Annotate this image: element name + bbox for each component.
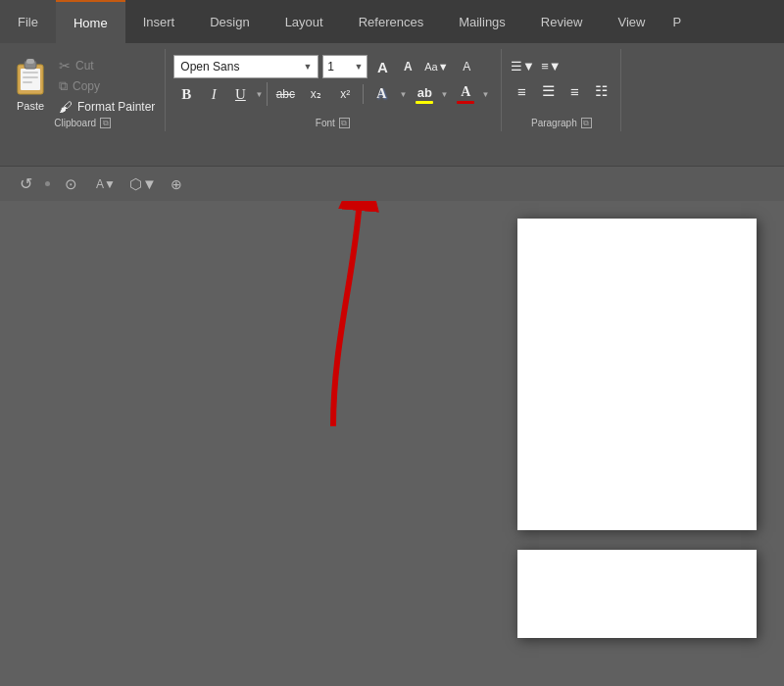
paragraph-group: ☰▼ ≡▼ ≡ ☰ ≡ ☷ Paragraph ⧉ (502, 49, 621, 131)
clipboard-group: Paste ✂ Cut ⧉ Copy 🖌 Format Painter (4, 49, 166, 131)
svg-rect-4 (23, 72, 38, 74)
bullet-list-button[interactable]: ☰▼ (510, 55, 535, 76)
undo-button[interactable]: ↺ (14, 172, 37, 196)
font-name-dropdown-arrow: ▼ (303, 62, 312, 72)
font-group: Open Sans ▼ 1 ▼ A A Aa▼ A B (166, 49, 502, 131)
tab-bar: File Home Insert Design Layout Reference… (0, 0, 784, 43)
qt-dot-separator (45, 181, 50, 186)
align-right-button[interactable]: ≡ (563, 80, 586, 102)
decrease-font-size-button[interactable]: A (397, 56, 418, 77)
increase-font-size-button[interactable]: A (371, 56, 393, 77)
track-changes-button[interactable]: ⊙ (58, 172, 83, 197)
copy-button[interactable]: ⧉ Copy (57, 77, 157, 95)
tab-layout[interactable]: Layout (268, 0, 341, 43)
clipboard-group-label[interactable]: Clipboard ⧉ (8, 116, 157, 131)
font-color-dropdown[interactable]: ▼ (479, 82, 491, 106)
numbered-list-button[interactable]: ≡▼ (538, 55, 564, 76)
tab-view[interactable]: View (600, 0, 662, 43)
underline-button[interactable]: U (228, 82, 252, 106)
font-size-selector[interactable]: 1 ▼ (322, 55, 368, 78)
tab-home[interactable]: Home (56, 0, 125, 43)
subscript-button[interactable]: x₂ (302, 82, 329, 106)
svg-rect-3 (26, 59, 34, 64)
svg-marker-8 (350, 201, 368, 219)
cut-icon: ✂ (59, 58, 71, 74)
paste-icon (12, 55, 49, 98)
highlight-color-bar (416, 101, 433, 104)
paste-button[interactable]: Paste (8, 53, 53, 114)
highlight-color-button[interactable]: ab (413, 83, 436, 106)
font-expand-icon[interactable]: ⧉ (339, 118, 350, 128)
clipboard-expand-icon[interactable]: ⧉ (100, 118, 111, 128)
tab-design[interactable]: Design (192, 0, 267, 43)
font-size-quick-button[interactable]: A▼ (91, 172, 121, 197)
svg-rect-5 (23, 76, 38, 78)
tab-file[interactable]: File (0, 0, 56, 43)
ribbon: Paste ✂ Cut ⧉ Copy 🖌 Format Painter (0, 43, 784, 166)
font-color-bar (457, 101, 474, 104)
format-painter-icon: 🖌 (59, 99, 73, 115)
justify-button[interactable]: ☷ (589, 80, 612, 102)
tab-mailings[interactable]: Mailings (441, 0, 523, 43)
document-page-bottom (517, 550, 757, 638)
document-area (0, 201, 784, 632)
text-effects-dropdown[interactable]: ▼ (397, 82, 409, 106)
paragraph-group-label[interactable]: Paragraph ⧉ (510, 116, 612, 131)
more-quick-button[interactable]: ⊕ (166, 172, 187, 197)
tab-more[interactable]: P (662, 0, 691, 43)
tab-insert[interactable]: Insert (125, 0, 193, 43)
bold-button[interactable]: B (173, 82, 199, 106)
font-group-label[interactable]: Font ⧉ (173, 116, 491, 131)
paste-label: Paste (17, 100, 44, 112)
font-color-icon: A (461, 84, 470, 100)
paragraph-expand-icon[interactable]: ⧉ (581, 118, 592, 128)
font-size-dropdown-arrow: ▼ (354, 62, 363, 72)
font-color-button[interactable]: A (454, 82, 477, 106)
change-case-button[interactable]: Aa▼ (422, 56, 450, 77)
highlight-dropdown[interactable]: ▼ (438, 82, 450, 106)
cut-button[interactable]: ✂ Cut (57, 57, 157, 74)
align-center-button[interactable]: ☰ (536, 80, 560, 102)
superscript-button[interactable]: x² (331, 82, 359, 106)
quick-toolbar: ↺ ⊙ A▼ ⬡▼ ⊕ (0, 166, 784, 201)
strikethrough-button[interactable]: abc (270, 82, 300, 106)
svg-rect-6 (23, 81, 32, 83)
copy-icon: ⧉ (59, 78, 68, 94)
tab-references[interactable]: References (341, 0, 441, 43)
highlight-icon: ab (417, 85, 432, 100)
format-painter-button[interactable]: 🖌 Format Painter (57, 98, 157, 116)
clear-formatting-button[interactable]: A (454, 56, 479, 77)
tab-review[interactable]: Review (523, 0, 601, 43)
align-left-button[interactable]: ≡ (510, 80, 533, 102)
italic-button[interactable]: I (201, 82, 226, 106)
text-effects-button[interactable]: A (368, 82, 395, 106)
underline-dropdown[interactable]: ▼ (253, 82, 265, 106)
font-name-selector[interactable]: Open Sans ▼ (173, 55, 318, 78)
document-page-top (517, 219, 757, 530)
shapes-quick-button[interactable]: ⬡▼ (128, 172, 158, 197)
